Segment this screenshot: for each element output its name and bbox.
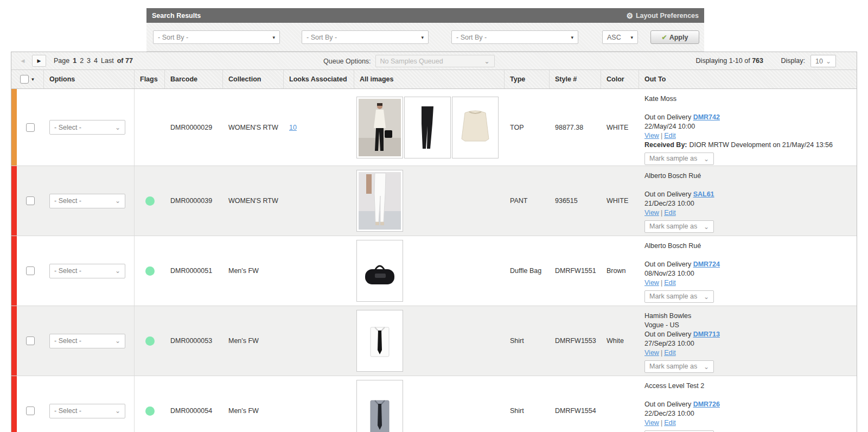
chevron-down-icon: ⌄ bbox=[115, 409, 120, 412]
out-to-cell: Hamish Bowles Vogue - US Out on Delivery… bbox=[639, 306, 857, 376]
barcode-cell: DMR0000053 bbox=[165, 306, 223, 376]
layout-preferences-label: Layout Preferences bbox=[636, 12, 699, 20]
mark-sample-as-select[interactable]: Mark sample as ⌄ bbox=[644, 153, 714, 165]
next-page-button[interactable]: ▶ bbox=[32, 55, 46, 67]
contact-name: Access Level Test 2 bbox=[644, 382, 852, 391]
sort-by-select-1[interactable]: - Sort By - ▾ bbox=[153, 30, 280, 44]
view-link[interactable]: View bbox=[644, 349, 659, 357]
view-link[interactable]: View bbox=[644, 132, 659, 139]
chevron-down-icon: ⌄ bbox=[704, 225, 709, 228]
contact-company bbox=[644, 251, 852, 260]
row-checkbox[interactable] bbox=[26, 196, 35, 205]
edit-link[interactable]: Edit bbox=[664, 209, 676, 217]
table-header: ▼ Options Flags Barcode Collection Looks… bbox=[11, 70, 857, 89]
contact-company bbox=[644, 391, 852, 400]
header-flags: Flags bbox=[135, 70, 165, 88]
sample-image-duffle-bag[interactable] bbox=[356, 240, 403, 302]
dropdown-arrow-icon: ▾ bbox=[272, 35, 275, 40]
sample-image-grey-shirt[interactable] bbox=[356, 380, 403, 432]
dropdown-arrow-icon: ▾ bbox=[571, 35, 573, 40]
layout-preferences-button[interactable]: ⚙ Layout Preferences bbox=[626, 11, 699, 20]
chevron-down-icon: ⌄ bbox=[115, 126, 120, 129]
collection-cell: WOMEN'S RTW bbox=[223, 166, 284, 236]
contact-name: Kate Moss bbox=[644, 94, 852, 104]
delivery-datetime: 21/Dec/23 10:00 bbox=[644, 199, 852, 208]
view-link[interactable]: View bbox=[644, 279, 659, 287]
table-row: - Select - ⌄ DMR0000029 WOMEN'S RTW 10 bbox=[11, 89, 857, 166]
panel-titlebar: Search Results ⚙ Layout Preferences bbox=[146, 8, 704, 23]
view-link[interactable]: View bbox=[644, 419, 659, 427]
delivery-code-link[interactable]: DMR742 bbox=[693, 113, 720, 121]
prev-arrow-icon: ◀ bbox=[21, 58, 25, 63]
chevron-down-icon: ⌄ bbox=[484, 60, 490, 63]
row-checkbox[interactable] bbox=[26, 336, 35, 345]
barcode-cell: DMR0000051 bbox=[165, 236, 223, 306]
previous-page-button[interactable]: ◀ bbox=[16, 55, 30, 67]
page-link-4[interactable]: 4 bbox=[94, 57, 98, 65]
chevron-down-icon: ⌄ bbox=[115, 199, 120, 202]
page-label: Page bbox=[54, 57, 69, 65]
page-link-1[interactable]: 1 bbox=[73, 57, 76, 65]
barcode-cell: DMR0000054 bbox=[165, 376, 223, 432]
delivery-code-link[interactable]: DMR726 bbox=[693, 401, 720, 408]
sort-by-select-2[interactable]: - Sort By - ▾ bbox=[302, 30, 429, 44]
contact-company: Vogue - US bbox=[644, 321, 852, 330]
received-by-value: DIOR MRTW Development on 21/May/24 13:56 bbox=[690, 141, 833, 149]
page-link-last[interactable]: Last bbox=[101, 57, 114, 65]
apply-button[interactable]: ✔ Apply bbox=[650, 30, 699, 44]
sort-by-select-3[interactable]: - Sort By - ▾ bbox=[451, 30, 578, 44]
page-link-2[interactable]: 2 bbox=[80, 57, 84, 65]
row-options-select[interactable]: - Select - ⌄ bbox=[49, 404, 125, 418]
delivery-datetime: 08/Nov/23 10:00 bbox=[644, 269, 852, 278]
white-pants-image bbox=[359, 172, 401, 230]
color-cell: White bbox=[601, 306, 639, 376]
mark-sample-as-select[interactable]: Mark sample as ⌄ bbox=[644, 220, 714, 233]
select-all-checkbox[interactable] bbox=[20, 75, 29, 84]
delivery-code-link[interactable]: DMR713 bbox=[693, 331, 720, 338]
row-options-select[interactable]: - Select - ⌄ bbox=[49, 194, 125, 208]
sample-image-white-shirt[interactable] bbox=[356, 310, 403, 372]
sample-image-runway-look[interactable] bbox=[356, 97, 403, 158]
delivery-status-label: Out on Delivery bbox=[644, 261, 691, 268]
style-cell: 98877.38 bbox=[550, 89, 601, 166]
queue-options-label: Queue Options: bbox=[323, 58, 371, 65]
edit-link[interactable]: Edit bbox=[664, 419, 676, 427]
search-results-panel: Search Results ⚙ Layout Preferences - So… bbox=[146, 8, 704, 52]
edit-link[interactable]: Edit bbox=[664, 279, 676, 287]
green-flag-icon bbox=[145, 196, 155, 206]
contact-name: Alberto Bosch Rué bbox=[644, 242, 852, 251]
row-options-select[interactable]: - Select - ⌄ bbox=[49, 334, 125, 348]
chevron-down-icon: ⌄ bbox=[704, 157, 709, 161]
delivery-code-link[interactable]: DMR724 bbox=[693, 261, 720, 268]
sample-image-white-pants[interactable] bbox=[356, 170, 403, 232]
table-row: - Select - ⌄ DMR0000039 WOMEN'S RTW PANT… bbox=[11, 166, 857, 236]
out-to-cell: Kate Moss Out on Delivery DMR742 22/May/… bbox=[639, 89, 857, 166]
edit-link[interactable]: Edit bbox=[664, 132, 676, 139]
chevron-down-icon: ⌄ bbox=[115, 269, 120, 272]
runway-look-image bbox=[359, 99, 401, 156]
row-options-select[interactable]: - Select - ⌄ bbox=[49, 264, 125, 278]
mark-sample-as-select[interactable]: Mark sample as ⌄ bbox=[644, 290, 714, 303]
collection-cell: WOMEN'S RTW bbox=[223, 89, 284, 166]
view-link[interactable]: View bbox=[644, 209, 659, 217]
select-all-dropdown-icon[interactable]: ▼ bbox=[31, 77, 35, 82]
received-by-label: Received By: bbox=[644, 141, 687, 149]
sample-image-cream-sweater[interactable] bbox=[452, 97, 499, 158]
looks-associated-link[interactable]: 10 bbox=[289, 124, 297, 131]
gear-icon: ⚙ bbox=[626, 11, 633, 20]
delivery-code-link[interactable]: SAL61 bbox=[693, 190, 714, 198]
row-options-select[interactable]: - Select - ⌄ bbox=[49, 120, 125, 135]
color-cell bbox=[601, 376, 639, 432]
display-count-select[interactable]: 10 ⌄ bbox=[810, 55, 836, 67]
row-checkbox[interactable] bbox=[26, 266, 35, 275]
row-checkbox[interactable] bbox=[26, 406, 35, 415]
mark-sample-as-select[interactable]: Mark sample as ⌄ bbox=[644, 360, 714, 373]
row-checkbox[interactable] bbox=[26, 123, 35, 132]
sort-order-select[interactable]: ASC ▾ bbox=[602, 30, 638, 44]
queue-options-select[interactable]: No Samples Queued ⌄ bbox=[375, 55, 495, 67]
page-link-3[interactable]: 3 bbox=[87, 57, 91, 65]
sample-image-black-pants[interactable] bbox=[404, 97, 451, 158]
edit-link[interactable]: Edit bbox=[664, 349, 676, 357]
panel-title: Search Results bbox=[152, 12, 201, 20]
color-cell: WHITE bbox=[601, 166, 639, 236]
